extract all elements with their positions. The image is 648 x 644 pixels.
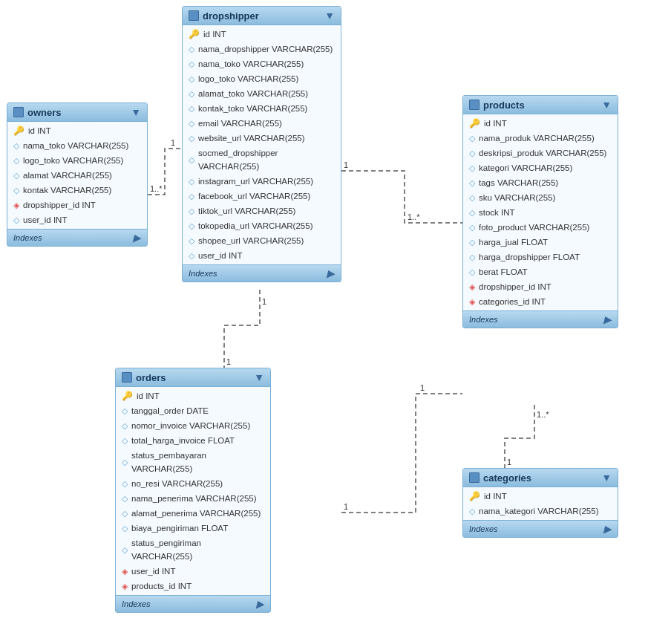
diamond-icon: ◇ bbox=[189, 189, 194, 203]
table-dropshipper-icon bbox=[189, 10, 199, 21]
diamond-icon: ◇ bbox=[189, 175, 194, 188]
table-dropshipper-footer: Indexes ▶ bbox=[183, 264, 341, 282]
diamond-icon: ◇ bbox=[469, 265, 475, 279]
diamond-icon: ◇ bbox=[469, 161, 475, 175]
diamond-icon: ◇ bbox=[469, 504, 475, 518]
table-row: ◇foto_product VARCHAR(255) bbox=[463, 220, 618, 235]
diamond-icon: ◇ bbox=[122, 455, 128, 469]
footer-arrow-icon: ▶ bbox=[603, 523, 612, 535]
table-row: 🔑id INT bbox=[116, 388, 270, 403]
table-categories[interactable]: categories ▼ 🔑id INT ◇nama_kategori VARC… bbox=[462, 468, 618, 538]
diamond-icon: ◇ bbox=[189, 87, 194, 100]
key-icon: 🔑 bbox=[469, 489, 480, 503]
fk-icon: ◈ bbox=[469, 280, 475, 293]
table-products[interactable]: products ▼ 🔑id INT ◇nama_produk VARCHAR(… bbox=[462, 95, 618, 328]
table-row: 🔑id INT bbox=[183, 27, 341, 42]
table-row: 🔑id INT bbox=[463, 116, 618, 131]
table-dropshipper-body: 🔑id INT ◇nama_dropshipper VARCHAR(255) ◇… bbox=[183, 25, 341, 264]
diamond-icon: ◇ bbox=[469, 235, 475, 249]
table-row: ◇stock INT bbox=[463, 205, 618, 220]
table-categories-icon bbox=[469, 472, 480, 483]
svg-text:1: 1 bbox=[226, 357, 231, 366]
table-owners-name: owners bbox=[27, 107, 62, 118]
table-row: ◇berat FLOAT bbox=[463, 264, 618, 279]
table-owners-header: owners ▼ bbox=[7, 103, 147, 122]
diamond-icon: ◇ bbox=[469, 191, 475, 204]
diamond-icon: ◇ bbox=[189, 234, 194, 247]
db-diagram: 1..* 1 1 1..* 1 1 1 1 1..* 1 owners ▼ bbox=[0, 0, 648, 644]
table-owners-arrow: ▼ bbox=[131, 106, 141, 118]
fk-icon: ◈ bbox=[469, 295, 475, 308]
table-products-footer: Indexes ▶ bbox=[463, 310, 618, 328]
table-row: ◈categories_id INT bbox=[463, 294, 618, 309]
svg-text:1: 1 bbox=[344, 502, 348, 511]
diamond-icon: ◇ bbox=[189, 57, 194, 71]
table-row: ◇logo_toko VARCHAR(255) bbox=[183, 71, 341, 86]
table-row: ◇status_pembayaran VARCHAR(255) bbox=[116, 448, 270, 476]
diamond-icon: ◇ bbox=[469, 131, 475, 145]
table-categories-header: categories ▼ bbox=[463, 469, 618, 487]
diamond-icon: ◇ bbox=[13, 213, 19, 227]
table-categories-footer: Indexes ▶ bbox=[463, 520, 618, 537]
diamond-icon: ◇ bbox=[122, 507, 128, 520]
diamond-icon: ◇ bbox=[469, 250, 475, 264]
fk-icon: ◈ bbox=[122, 579, 128, 593]
svg-text:1..*: 1..* bbox=[150, 184, 163, 193]
svg-text:1: 1 bbox=[507, 458, 511, 466]
table-row: ◈user_id INT bbox=[116, 564, 270, 579]
table-row: ◇tags VARCHAR(255) bbox=[463, 175, 618, 190]
table-row: ◇biaya_pengiriman FLOAT bbox=[116, 521, 270, 536]
table-row: ◇kategori VARCHAR(255) bbox=[463, 160, 618, 175]
svg-text:1: 1 bbox=[344, 160, 348, 169]
table-owners-body: 🔑id INT ◇nama_toko VARCHAR(255) ◇logo_to… bbox=[7, 122, 147, 229]
diamond-icon: ◇ bbox=[122, 543, 128, 556]
table-row: ◇deskripsi_produk VARCHAR(255) bbox=[463, 146, 618, 160]
table-dropshipper-arrow: ▼ bbox=[324, 10, 335, 22]
table-row: ◇tiktok_url VARCHAR(255) bbox=[183, 204, 341, 218]
table-row: ◈dropshipper_id INT bbox=[463, 279, 618, 294]
table-row: ◇instagram_url VARCHAR(255) bbox=[183, 174, 341, 189]
table-row: ◇sku VARCHAR(255) bbox=[463, 190, 618, 205]
key-icon: 🔑 bbox=[469, 117, 480, 130]
table-orders[interactable]: orders ▼ 🔑id INT ◇tanggal_order DATE ◇no… bbox=[115, 368, 271, 613]
table-row: ◇website_url VARCHAR(255) bbox=[183, 131, 341, 146]
table-row: ◈dropshipper_id INT bbox=[7, 198, 147, 212]
table-row: ◇shopee_url VARCHAR(255) bbox=[183, 233, 341, 248]
diamond-icon: ◇ bbox=[189, 72, 194, 85]
diamond-icon: ◇ bbox=[122, 492, 128, 505]
table-orders-icon bbox=[122, 372, 132, 383]
table-products-arrow: ▼ bbox=[601, 99, 612, 111]
table-products-header: products ▼ bbox=[463, 96, 618, 114]
table-row: ◈products_id INT bbox=[116, 579, 270, 593]
svg-text:1: 1 bbox=[262, 297, 266, 306]
table-owners[interactable]: owners ▼ 🔑id INT ◇nama_toko VARCHAR(255)… bbox=[7, 103, 148, 247]
table-row: ◇nama_kategori VARCHAR(255) bbox=[463, 504, 618, 518]
table-dropshipper-header: dropshipper ▼ bbox=[183, 7, 341, 25]
table-orders-name: orders bbox=[136, 372, 166, 383]
table-row: ◇nama_toko VARCHAR(255) bbox=[7, 138, 147, 153]
table-row: ◇alamat_toko VARCHAR(255) bbox=[183, 86, 341, 101]
table-categories-name: categories bbox=[483, 472, 531, 484]
table-orders-header: orders ▼ bbox=[116, 368, 270, 387]
table-row: ◇email VARCHAR(255) bbox=[183, 116, 341, 131]
table-row: ◇nama_toko VARCHAR(255) bbox=[183, 56, 341, 71]
diamond-icon: ◇ bbox=[469, 176, 475, 189]
diamond-icon: ◇ bbox=[122, 404, 128, 417]
table-row: ◇user_id INT bbox=[183, 248, 341, 263]
table-row: 🔑id INT bbox=[7, 123, 147, 138]
key-icon: 🔑 bbox=[189, 27, 200, 41]
diamond-icon: ◇ bbox=[189, 117, 194, 130]
svg-text:1..*: 1..* bbox=[537, 410, 549, 419]
table-row: ◇alamat VARCHAR(255) bbox=[7, 168, 147, 183]
table-products-icon bbox=[469, 100, 480, 110]
table-row: ◇harga_jual FLOAT bbox=[463, 235, 618, 250]
diamond-icon: ◇ bbox=[189, 204, 194, 218]
table-categories-arrow: ▼ bbox=[601, 472, 612, 484]
diamond-icon: ◇ bbox=[189, 102, 194, 115]
footer-arrow-icon: ▶ bbox=[603, 313, 612, 325]
table-row: ◇nama_penerima VARCHAR(255) bbox=[116, 491, 270, 506]
diamond-icon: ◇ bbox=[189, 249, 194, 262]
table-owners-icon bbox=[13, 107, 24, 117]
table-row: ◇no_resi VARCHAR(255) bbox=[116, 476, 270, 491]
table-dropshipper[interactable]: dropshipper ▼ 🔑id INT ◇nama_dropshipper … bbox=[182, 6, 341, 282]
